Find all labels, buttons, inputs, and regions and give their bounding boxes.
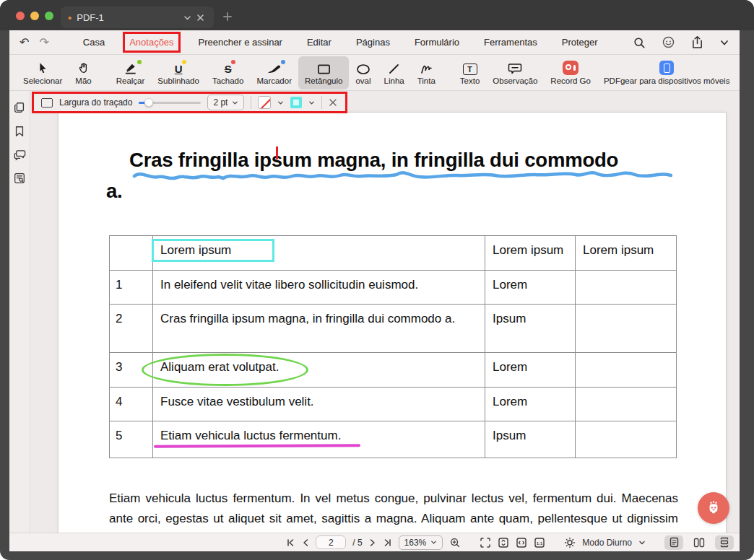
close-window-button[interactable] — [16, 12, 25, 20]
hand-icon — [77, 60, 90, 75]
left-sidebar — [9, 91, 30, 533]
tool-retangulo[interactable]: Retângulo — [298, 56, 349, 89]
zoom-level-dropdown[interactable]: 163% — [399, 535, 443, 550]
document-paragraph: Etiam vehicula luctus fermentum. In vel … — [109, 489, 678, 533]
search-icon[interactable] — [633, 36, 646, 49]
menu-item-formulario[interactable]: Formulário — [413, 34, 461, 51]
menu-item-editar[interactable]: Editar — [306, 34, 333, 51]
menu-item-ferramentas[interactable]: Ferramentas — [482, 34, 539, 51]
props-divider — [321, 96, 322, 109]
next-page-icon[interactable] — [369, 538, 376, 547]
mobile-device-icon — [659, 60, 674, 75]
pdf-page[interactable]: Cras fringilla ipsum magna, in fringilla… — [58, 112, 727, 533]
tool-tinta[interactable]: Tinta — [411, 56, 442, 89]
close-props-icon[interactable] — [329, 98, 337, 107]
shape-properties-bar: Largura do traçado 2 pt — [32, 92, 347, 113]
highlighter-icon — [124, 60, 138, 75]
minimize-window-button[interactable] — [30, 12, 39, 20]
display-mode-label: Modo Diurno — [582, 538, 632, 548]
fit-width-icon[interactable] — [516, 537, 527, 548]
last-page-icon[interactable] — [383, 538, 392, 547]
annotation-toolbar: Selecionar Mão Realçar U — [9, 55, 740, 91]
svg-text:1:1: 1:1 — [537, 541, 543, 545]
text-box-icon: T — [463, 60, 477, 75]
props-divider — [251, 96, 251, 109]
tool-mao[interactable]: Mão — [69, 56, 98, 89]
display-mode-dropdown[interactable]: Modo Diurno — [564, 537, 646, 548]
robot-icon — [704, 499, 723, 517]
table-row: 2 Cras fringilla ipsum magna, in fringil… — [110, 305, 677, 353]
table-header-row: Lorem ipsum Lorem ipsum Lorem ipsum — [110, 236, 677, 271]
table-row: 1 In eleifend velit vitae libero sollici… — [110, 271, 677, 305]
menu-item-paginas[interactable]: Páginas — [355, 34, 391, 51]
stroke-width-dropdown[interactable]: 2 pt — [207, 95, 244, 110]
fit-page-icon[interactable] — [480, 537, 491, 548]
stroke-width-label: Largura do traçado — [59, 97, 132, 108]
redo-icon[interactable]: ↷ — [39, 35, 48, 49]
thumbnails-icon[interactable] — [13, 101, 26, 114]
table-row: 5 Etiam vehicula luctus fermentum. Ipsum — [110, 421, 677, 458]
assistant-icon[interactable] — [662, 35, 675, 49]
stroke-width-slider[interactable] — [139, 98, 201, 107]
rectangle-icon — [317, 60, 331, 75]
tab-close-icon[interactable] — [194, 11, 207, 24]
document-canvas[interactable]: Cras fringilla ipsum magna, in fringilla… — [31, 91, 740, 533]
fill-color-chevron-icon[interactable] — [308, 100, 315, 106]
stroke-color-swatch[interactable] — [258, 96, 271, 109]
slider-handle[interactable] — [144, 98, 153, 107]
zoom-in-icon[interactable] — [449, 537, 461, 548]
traffic-lights — [16, 12, 53, 20]
tool-selecionar[interactable]: Selecionar — [17, 56, 69, 89]
single-page-view-button[interactable] — [664, 535, 683, 550]
tab-chevron-down-icon[interactable] — [181, 11, 194, 24]
share-icon[interactable] — [691, 35, 703, 49]
tool-observacao[interactable]: Observação — [486, 56, 544, 89]
title-bar: • PDF-1 — [0, 0, 754, 30]
mode-chevron-down-icon — [638, 539, 646, 546]
tool-tachado[interactable]: S Tachado — [206, 56, 250, 89]
menu-item-preencher-e-assinar[interactable]: Preencher e assinar — [197, 34, 284, 51]
shape-preview-rectangle-icon[interactable] — [41, 98, 53, 108]
table-row: 4 Fusce vitae vestibulum velit. Lorem — [110, 388, 677, 421]
continuous-scroll-view-button[interactable] — [715, 535, 734, 550]
assistant-robot-button[interactable] — [698, 492, 729, 524]
tool-texto[interactable]: T Texto — [454, 56, 487, 89]
page-total-label: / 5 — [352, 538, 362, 548]
document-heading: Cras fringilla ipsum magna, in fringilla… — [106, 144, 691, 206]
status-bar: / 5 163% — [9, 533, 740, 551]
tab-title: PDF-1 — [77, 12, 104, 23]
menu-item-anotacoes[interactable]: Anotações — [128, 34, 175, 51]
actual-size-icon[interactable]: 1:1 — [534, 537, 545, 548]
tool-realcar[interactable]: Realçar — [110, 56, 152, 89]
fit-height-icon[interactable] — [498, 537, 509, 548]
bookmark-icon[interactable] — [14, 125, 25, 138]
menu-item-proteger[interactable]: Proteger — [560, 34, 599, 51]
tool-pdfgear-mobile[interactable]: PDFgear para dispositivos móveis — [597, 56, 737, 89]
comment-icon — [508, 60, 522, 75]
ink-icon — [420, 60, 433, 75]
modified-dot-icon: • — [68, 12, 72, 24]
strikethrough-icon: S — [225, 60, 232, 75]
document-tab[interactable]: • PDF-1 — [61, 6, 214, 28]
page-number-input[interactable] — [316, 535, 346, 549]
menu-bar: ↶ ↷ Casa Anotações Preencher e assinar E… — [9, 30, 740, 55]
tool-sublinhado[interactable]: U Sublinhado — [151, 56, 206, 89]
tool-oval[interactable]: oval — [349, 56, 377, 89]
menu-item-casa[interactable]: Casa — [82, 34, 106, 51]
tool-marcador[interactable]: Marcador — [250, 56, 298, 89]
two-page-view-button[interactable] — [690, 535, 708, 550]
stroke-color-chevron-icon[interactable] — [277, 100, 284, 106]
line-icon — [388, 60, 400, 75]
comments-icon[interactable] — [13, 149, 27, 161]
first-page-icon[interactable] — [286, 538, 295, 547]
undo-icon[interactable]: ↶ — [20, 35, 29, 49]
fill-color-swatch[interactable] — [290, 97, 302, 108]
prev-page-icon[interactable] — [302, 538, 309, 547]
oval-icon — [356, 60, 370, 75]
tool-linha[interactable]: Linha — [378, 56, 411, 89]
zoom-window-button[interactable] — [45, 12, 53, 20]
new-tab-button[interactable] — [221, 10, 234, 23]
search-document-icon[interactable] — [13, 172, 26, 185]
tool-record-go[interactable]: Record Go — [544, 56, 597, 89]
chevron-down-icon[interactable] — [719, 38, 729, 48]
